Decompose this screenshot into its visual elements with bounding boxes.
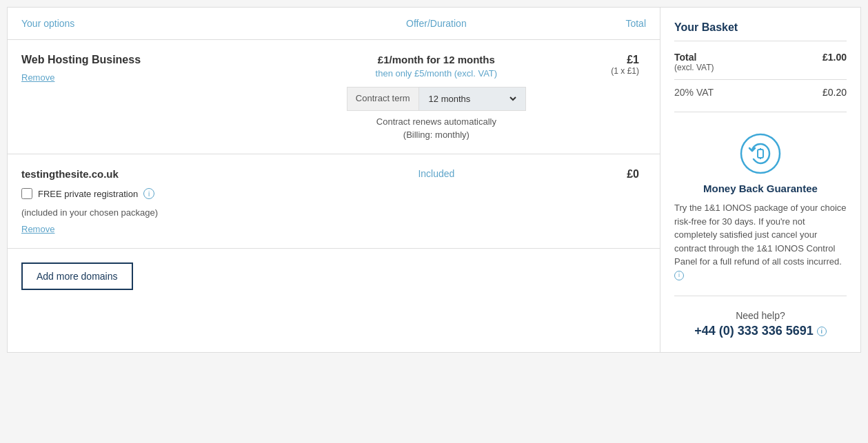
basket-vat-row: 20% VAT £0.20 (674, 87, 847, 112)
domain-remove-link[interactable]: Remove (21, 224, 54, 234)
free-registration-row: FREE private registration i (21, 188, 323, 199)
hosting-offer-main: £1/month for 12 months (323, 54, 549, 65)
domain-offer-col: Included (323, 168, 549, 179)
basket-vat-label: 20% VAT (674, 87, 714, 98)
contract-select-wrapper[interactable]: 12 months 24 months 36 months (419, 87, 525, 110)
hosting-row: Web Hosting Business Remove £1/month for… (8, 40, 660, 154)
contract-term-select[interactable]: 12 months 24 months 36 months (426, 93, 518, 105)
domain-total-amount: £0 (549, 168, 639, 181)
basket-vat-value: £0.20 (822, 87, 847, 98)
header-options: Your options (21, 18, 323, 29)
header-offer: Offer/Duration (323, 18, 549, 29)
phone-info-icon[interactable]: i (817, 327, 827, 336)
contract-renews-text: Contract renews automatically (323, 116, 549, 127)
basket-title: Your Basket (674, 21, 847, 41)
free-registration-info-icon[interactable]: i (143, 188, 154, 199)
guarantee-title: Money Back Guarantee (674, 183, 847, 194)
help-section: Need help? +44 (0) 333 336 5691 i (674, 310, 847, 338)
domain-total-col: £0 (549, 168, 646, 181)
free-registration-label: FREE private registration (38, 189, 138, 199)
domain-included-text: (included in your chosen package) (21, 207, 323, 218)
svg-point-0 (741, 134, 780, 173)
basket-total-label: Total (674, 52, 714, 63)
domain-name: testingthesite.co.uk (21, 168, 323, 180)
money-back-icon (740, 133, 781, 174)
hosting-total-col: £1 (1 x £1) (549, 54, 646, 76)
header-total: Total (549, 18, 646, 29)
hosting-total-amount: £1 (549, 54, 639, 66)
domain-info: testingthesite.co.uk FREE private regist… (21, 168, 323, 234)
add-domains-row: Add more domains (8, 249, 660, 304)
basket-total-sublabel: (excl. VAT) (674, 63, 714, 72)
contract-term-label: Contract term (347, 87, 419, 110)
basket-total-label-col: Total (excl. VAT) (674, 52, 714, 72)
basket-panel: Your Basket Total (excl. VAT) £1.00 20% … (660, 8, 860, 352)
basket-total-value: £1.00 (822, 52, 847, 72)
need-help-label: Need help? (674, 310, 847, 321)
hosting-remove-link[interactable]: Remove (21, 72, 54, 83)
basket-total-row: Total (excl. VAT) £1.00 (674, 52, 847, 80)
phone-number: +44 (0) 333 336 5691 i (674, 324, 847, 338)
hosting-name: Web Hosting Business (21, 54, 323, 66)
hosting-offer: £1/month for 12 months then only £5/mont… (323, 54, 549, 140)
contract-term-box: Contract term 12 months 24 months 36 mon… (347, 87, 526, 111)
hosting-offer-sub: then only £5/month (excl. VAT) (323, 68, 549, 79)
free-registration-checkbox[interactable] (21, 188, 32, 199)
guarantee-section: Money Back Guarantee Try the 1&1 IONOS p… (674, 126, 847, 296)
domain-offer-text: Included (323, 168, 549, 179)
guarantee-info-icon[interactable]: i (674, 271, 684, 280)
svg-rect-1 (758, 150, 763, 158)
hosting-total-sub: (1 x £1) (549, 66, 639, 76)
hosting-info: Web Hosting Business Remove (21, 54, 323, 83)
guarantee-text: Try the 1&1 IONOS package of your choice… (674, 201, 847, 282)
billing-monthly-text: (Billing: monthly) (323, 130, 549, 140)
add-domains-button[interactable]: Add more domains (21, 262, 133, 290)
domain-row: testingthesite.co.uk FREE private regist… (8, 154, 660, 249)
table-header: Your options Offer/Duration Total (8, 8, 660, 40)
